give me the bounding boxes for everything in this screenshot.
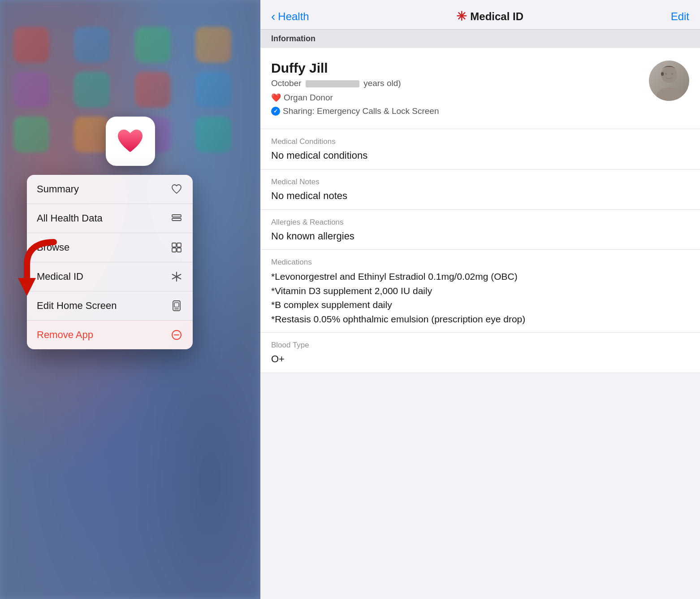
organ-donor-label: Organ Donor — [284, 93, 333, 103]
grid-rows-icon — [170, 212, 183, 225]
allergies-section: Allergies & Reactions No known allergies — [260, 210, 700, 250]
bg-app-icon — [74, 27, 110, 63]
sharing-badge: ✓ Sharing: Emergency Calls & Lock Screen — [271, 106, 649, 116]
bg-app-icon — [74, 117, 110, 152]
back-label: Health — [278, 10, 309, 23]
blood-type-value: O+ — [271, 352, 689, 366]
profile-info: Duffy Jill October years old) ❤️ Organ D… — [271, 61, 649, 120]
svg-rect-4 — [172, 248, 176, 252]
menu-item-summary-label: Summary — [37, 183, 79, 195]
medical-conditions-value: No medical conditions — [271, 149, 689, 163]
right-panel: ‹ Health ✳ Medical ID Edit Information D… — [260, 0, 700, 599]
sharing-label: Sharing: Emergency Calls & Lock Screen — [283, 106, 439, 116]
back-button[interactable]: ‹ Health — [271, 10, 309, 23]
section-bar: Information — [260, 30, 700, 48]
medication-item-3: *B complex supplement daily — [271, 298, 689, 312]
bg-app-icon — [74, 72, 110, 108]
blood-type-label: Blood Type — [271, 341, 689, 350]
medical-notes-value: No medical notes — [271, 189, 689, 203]
medication-item-2: *Vitamin D3 supplement 2,000 IU daily — [271, 284, 689, 298]
phone-home-icon — [170, 300, 183, 312]
chevron-left-icon: ‹ — [271, 10, 275, 23]
header-title-text: Medical ID — [470, 10, 523, 23]
svg-rect-3 — [177, 243, 181, 247]
heart-outline-icon — [170, 183, 183, 195]
health-heart-icon — [116, 128, 145, 155]
medical-notes-section: Medical Notes No medical notes — [260, 169, 700, 210]
asterisk-menu-icon — [170, 270, 183, 283]
bg-app-icon — [13, 72, 49, 108]
medication-item-4: *Restasis 0.05% ophthalmic emulsion (pre… — [271, 312, 689, 326]
minus-circle-icon — [170, 329, 183, 341]
medications-label: Medications — [271, 258, 689, 267]
menu-item-summary[interactable]: Summary — [27, 175, 193, 204]
health-app-icon[interactable] — [106, 117, 155, 166]
arrow-indicator — [13, 238, 67, 302]
checkmark-icon: ✓ — [271, 107, 280, 116]
bg-app-icon — [135, 27, 171, 63]
bg-app-icon — [13, 27, 49, 63]
svg-rect-0 — [172, 215, 181, 217]
medical-notes-label: Medical Notes — [271, 178, 689, 187]
medications-value: *Levonorgestrel and Ethinyl Estradiol 0.… — [271, 269, 689, 326]
blood-type-section: Blood Type O+ — [260, 333, 700, 373]
page-title: ✳ Medical ID — [456, 9, 523, 24]
bg-app-icon — [195, 27, 231, 63]
bg-app-icon — [135, 72, 171, 108]
svg-point-16 — [657, 87, 682, 101]
svg-rect-1 — [172, 218, 181, 221]
medical-conditions-section: Medical Conditions No medical conditions — [260, 129, 700, 169]
svg-rect-17 — [661, 72, 664, 76]
menu-item-all-health-data[interactable]: All Health Data — [27, 204, 193, 233]
left-panel: Summary All Health Data Browse — [0, 0, 260, 599]
profile-section: Duffy Jill October years old) ❤️ Organ D… — [260, 48, 700, 129]
svg-point-18 — [665, 73, 667, 75]
svg-point-19 — [671, 73, 673, 75]
menu-item-remove-app-label: Remove App — [37, 329, 93, 341]
svg-marker-14 — [18, 278, 36, 296]
edit-button[interactable]: Edit — [671, 10, 689, 23]
bg-app-icon — [13, 117, 49, 152]
svg-rect-2 — [172, 243, 176, 247]
avatar-image — [649, 61, 689, 101]
bg-app-icon — [195, 117, 231, 152]
medical-id-asterisk-icon: ✳ — [456, 9, 467, 24]
heart-filled-icon: ❤️ — [271, 93, 281, 103]
edit-label: Edit — [671, 10, 689, 22]
allergies-value: No known allergies — [271, 230, 689, 243]
svg-rect-11 — [174, 303, 179, 307]
dob-redacted — [306, 80, 359, 87]
svg-rect-5 — [177, 248, 181, 252]
bg-app-icon — [195, 72, 231, 108]
medications-section: Medications *Levonorgestrel and Ethinyl … — [260, 250, 700, 333]
profile-dob: October years old) — [271, 78, 649, 88]
dob-suffix: years old) — [363, 78, 401, 88]
profile-name: Duffy Jill — [271, 61, 649, 76]
grid-squares-icon — [170, 241, 183, 254]
section-bar-label: Information — [271, 34, 315, 43]
organ-donor-badge: ❤️ Organ Donor — [271, 93, 649, 103]
dob-prefix: October — [271, 78, 302, 88]
medication-item-1: *Levonorgestrel and Ethinyl Estradiol 0.… — [271, 269, 689, 284]
allergies-label: Allergies & Reactions — [271, 218, 689, 227]
avatar — [649, 61, 689, 101]
header: ‹ Health ✳ Medical ID Edit — [260, 0, 700, 30]
menu-item-all-health-data-label: All Health Data — [37, 213, 103, 224]
medical-conditions-label: Medical Conditions — [271, 137, 689, 146]
menu-item-remove-app[interactable]: Remove App — [27, 321, 193, 349]
